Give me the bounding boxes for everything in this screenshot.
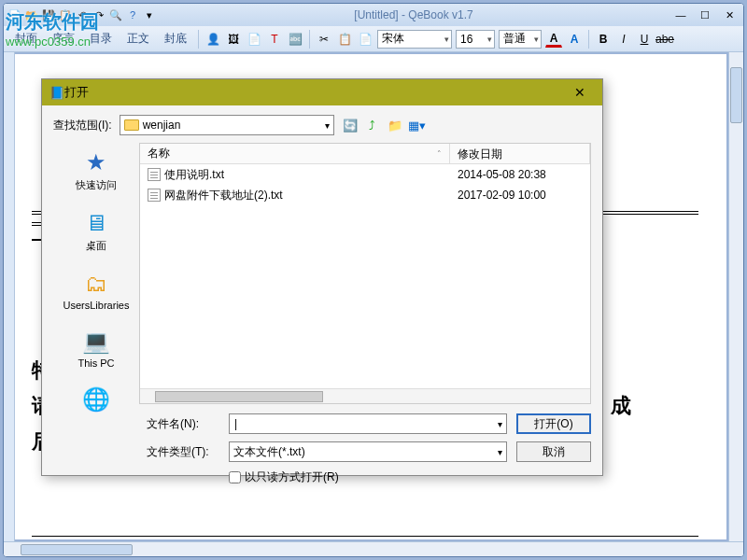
new-folder-icon[interactable]: 📁 (387, 117, 403, 133)
highlight-button[interactable]: A (566, 31, 583, 48)
italic-button[interactable]: I (615, 31, 632, 48)
titlebar: 📄 📂 💾 📋 ↶ ↷ 🔍 ? ▾ [Untitled] - QeBook v1… (4, 4, 743, 26)
tool-page-icon[interactable]: 📄 (246, 31, 262, 48)
paste-icon[interactable]: 📄 (357, 31, 374, 48)
qa-saveas-icon[interactable]: 📋 (58, 7, 73, 22)
nav-toc[interactable]: 目录 (84, 29, 118, 49)
copy-icon[interactable]: 📋 (336, 31, 353, 48)
text-file-icon (148, 189, 161, 202)
nav-body[interactable]: 正文 (121, 29, 155, 49)
window-title: [Untitled] - QeBook v1.7 (157, 8, 670, 21)
place-this-pc[interactable]: 💻 This PC (78, 328, 114, 369)
folder-icon (124, 119, 139, 131)
qa-redo-icon[interactable]: ↷ (92, 7, 106, 22)
underline-button[interactable]: U (636, 31, 653, 48)
look-in-label: 查找范围(I): (53, 118, 112, 133)
qa-find-icon[interactable]: 🔍 (108, 7, 123, 22)
qa-dropdown-icon[interactable]: ▾ (142, 7, 157, 22)
desktop-icon: 🖥 (81, 209, 111, 237)
bold-button[interactable]: B (595, 31, 612, 48)
text-file-icon (148, 168, 161, 181)
close-button[interactable]: ✕ (719, 7, 740, 22)
open-dialog: 📘 打开 ✕ 查找范围(I): wenjian 🔄 ⤴ 📁 ▦▾ ★ 快速访问 (41, 78, 603, 476)
vertical-scrollbar[interactable] (728, 52, 743, 541)
tool-pic-icon[interactable]: 🖼 (225, 31, 242, 48)
network-icon: 🌐 (81, 385, 111, 413)
file-list-header[interactable]: 名称˄ 修改日期 (140, 144, 590, 164)
nav-back[interactable]: 封底 (159, 29, 192, 49)
views-icon[interactable]: ▦▾ (409, 117, 426, 133)
file-row[interactable]: 使用说明.txt 2014-05-08 20:38 (140, 164, 590, 185)
file-row[interactable]: 网盘附件下载地址(2).txt 2017-02-09 10:00 (140, 185, 590, 205)
dialog-close-button[interactable]: ✕ (565, 85, 595, 100)
cut-icon[interactable]: ✂ (316, 31, 332, 48)
font-name-combo[interactable]: 宋体 (377, 30, 452, 49)
dialog-titlebar: 📘 打开 ✕ (42, 79, 602, 105)
places-bar: ★ 快速访问 🖥 桌面 🗂 UsersLibraries 💻 This PC 🌐 (53, 143, 139, 404)
back-icon[interactable]: 🔄 (342, 117, 359, 133)
pc-icon: 💻 (81, 328, 111, 356)
tool-person-icon[interactable]: 👤 (204, 31, 221, 48)
nav-preface[interactable]: 序言 (47, 29, 80, 49)
place-desktop[interactable]: 🖥 桌面 (81, 209, 111, 253)
star-icon: ★ (81, 148, 111, 176)
qa-open-icon[interactable]: 📂 (24, 7, 39, 22)
minimize-button[interactable]: — (670, 7, 691, 22)
readonly-label: 以只读方式打开(R) (245, 469, 339, 485)
place-quick-access[interactable]: ★ 快速访问 (76, 148, 117, 192)
qa-help-icon[interactable]: ? (125, 7, 140, 22)
filename-input[interactable]: | (229, 413, 507, 434)
filename-label: 文件名(N): (147, 416, 219, 432)
qa-save-icon[interactable]: 💾 (41, 7, 56, 22)
nav-cover[interactable]: 封面 (9, 29, 43, 49)
look-in-combo[interactable]: wenjian (120, 115, 334, 135)
open-button[interactable]: 打开(O) (516, 413, 591, 434)
font-style-combo[interactable]: 普通 (499, 30, 542, 49)
libraries-icon: 🗂 (81, 270, 111, 298)
maximize-button[interactable]: ☐ (695, 7, 715, 22)
tool-text-icon[interactable]: T (266, 31, 283, 48)
filetype-combo[interactable]: 文本文件(*.txt) (229, 441, 507, 462)
file-list: 名称˄ 修改日期 使用说明.txt 2014-05-08 20:38 网盘附件下… (139, 143, 591, 404)
sort-indicator-icon: ˄ (437, 149, 442, 159)
strike-button[interactable]: abe (656, 31, 673, 48)
readonly-checkbox[interactable] (229, 471, 241, 483)
font-size-combo[interactable]: 16 (456, 30, 495, 49)
main-toolbar: 封面 序言 目录 正文 封底 👤 🖼 📄 T 🔤 ✂ 📋 📄 宋体 16 普通 … (4, 26, 743, 52)
left-gutter (4, 52, 15, 541)
dialog-title: 打开 (64, 84, 89, 101)
tool-insert-icon[interactable]: 🔤 (287, 31, 303, 48)
cancel-button[interactable]: 取消 (516, 441, 591, 462)
filetype-label: 文件类型(T): (147, 444, 219, 460)
quick-access-toolbar: 📄 📂 💾 📋 ↶ ↷ 🔍 ? ▾ (7, 7, 157, 22)
qa-new-icon[interactable]: 📄 (7, 7, 22, 22)
book-icon: 📘 (49, 86, 64, 100)
file-list-hscroll[interactable] (140, 388, 590, 403)
font-color-button[interactable]: A (545, 31, 562, 48)
place-libraries[interactable]: 🗂 UsersLibraries (63, 270, 130, 311)
up-icon[interactable]: ⤴ (364, 117, 381, 133)
horizontal-scrollbar[interactable] (4, 541, 743, 556)
qa-undo-icon[interactable]: ↶ (75, 7, 90, 22)
place-network[interactable]: 🌐 (81, 385, 111, 413)
